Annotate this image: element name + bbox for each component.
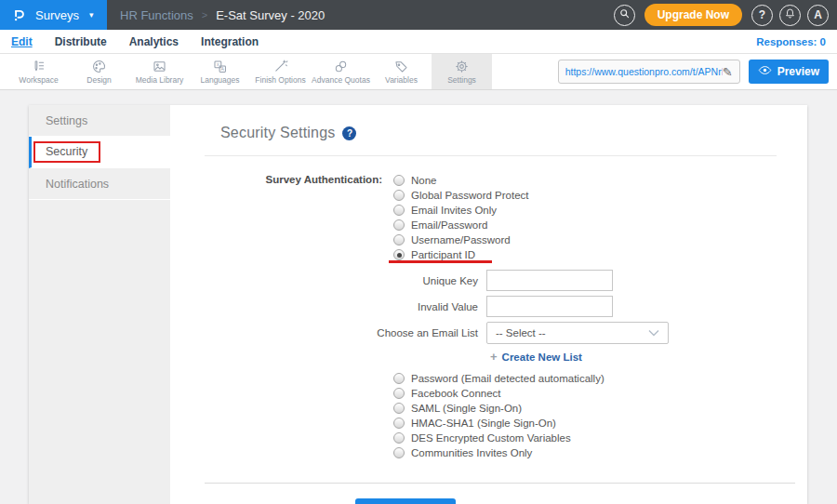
tab-distribute[interactable]: Distribute	[55, 35, 107, 48]
surveys-menu[interactable]: Surveys ▾	[0, 0, 107, 30]
annotation-red-underline	[389, 260, 492, 263]
gear-icon	[454, 59, 470, 73]
page-title: Security Settings	[220, 125, 335, 141]
invalid-value-label: Invalid Value	[220, 301, 486, 312]
email-list-select[interactable]: -- Select --	[486, 322, 669, 344]
auth-option-communities-invites[interactable]: Communities Invites Only	[393, 445, 777, 460]
toolbar-item-advance-quotas[interactable]: Advance Quotas	[311, 54, 371, 89]
breadcrumb-separator: >	[202, 9, 207, 20]
radio-button[interactable]	[393, 373, 405, 384]
tab-integration[interactable]: Integration	[201, 35, 259, 48]
magic-wand-icon	[272, 59, 288, 73]
help-badge-icon[interactable]: ?	[342, 126, 356, 140]
notifications-button[interactable]	[779, 5, 801, 26]
security-settings-panel: Security Settings ? Survey Authenticatio…	[170, 105, 807, 504]
questionpro-logo-icon	[11, 7, 27, 23]
radio-button[interactable]	[393, 418, 405, 429]
annotation-red-box: Security	[33, 141, 100, 163]
plus-icon: +	[490, 351, 498, 363]
eye-icon	[758, 65, 772, 78]
image-icon	[152, 59, 167, 73]
security-form: Survey Authentication: None Global Passw…	[220, 173, 777, 504]
breadcrumb: HR Functions > E-Sat Survey - 2020	[120, 8, 325, 22]
email-list-label: Choose an Email List	[220, 327, 486, 338]
auth-option-email-password[interactable]: Email/Password	[393, 218, 529, 232]
radio-button-selected[interactable]	[393, 249, 405, 260]
translate-icon: xA	[212, 59, 228, 73]
toolbar-item-workspace[interactable]: Workspace	[8, 54, 69, 89]
palette-icon	[91, 59, 107, 73]
auth-option-facebook-connect[interactable]: Facebook Connect	[393, 386, 777, 401]
topbar-actions: Upgrade Now ? A	[614, 4, 837, 26]
auth-option-participant-id[interactable]: Participant ID	[393, 247, 529, 262]
surveys-menu-label: Surveys	[35, 8, 79, 22]
divider	[205, 155, 777, 156]
radio-button[interactable]	[393, 190, 405, 201]
auth-option-none[interactable]: None	[393, 173, 529, 188]
upgrade-now-button[interactable]: Upgrade Now	[644, 4, 742, 26]
search-button[interactable]	[614, 5, 635, 26]
search-icon	[618, 7, 631, 22]
preview-button[interactable]: Preview	[749, 60, 829, 84]
create-new-list-link[interactable]: + Create New List	[490, 351, 777, 363]
settings-sidebar: Settings Security Notifications	[29, 105, 170, 504]
tab-edit[interactable]: Edit	[11, 35, 33, 48]
edit-toolbar: Workspace Design Media Library xA Langua…	[0, 54, 837, 90]
auth-option-global-password-protect[interactable]: Global Password Protect	[393, 188, 529, 203]
toolbar-item-settings[interactable]: Settings	[432, 54, 492, 89]
auth-option-username-password[interactable]: Username/Password	[393, 232, 529, 247]
page-background: Settings Security Notifications Security…	[0, 90, 837, 504]
breadcrumb-folder[interactable]: HR Functions	[120, 8, 193, 22]
sidebar-item-security[interactable]: Security	[29, 137, 170, 168]
radio-button[interactable]	[393, 205, 405, 216]
svg-text:x: x	[217, 61, 219, 67]
auth-option-email-invites-only[interactable]: Email Invites Only	[393, 203, 529, 218]
survey-authentication-label: Survey Authentication:	[220, 173, 393, 262]
edit-url-pencil-icon[interactable]: ✎	[723, 65, 733, 79]
toolbar-item-finish-options[interactable]: Finish Options	[250, 54, 311, 89]
svg-text:A: A	[221, 66, 225, 72]
top-bar: Surveys ▾ HR Functions > E-Sat Survey - …	[0, 0, 837, 30]
tag-icon	[393, 59, 409, 73]
unique-key-label: Unique Key	[220, 275, 486, 286]
unique-key-input[interactable]	[486, 270, 613, 291]
settings-card: Settings Security Notifications Security…	[29, 105, 807, 504]
radio-button[interactable]	[393, 447, 405, 458]
account-avatar[interactable]: A	[807, 5, 829, 26]
bell-icon	[784, 7, 796, 22]
chevron-down-icon	[648, 327, 659, 338]
chain-links-icon	[333, 59, 349, 73]
invalid-value-input[interactable]	[486, 296, 613, 317]
radio-button[interactable]	[393, 432, 405, 444]
toolbar-item-design[interactable]: Design	[69, 54, 129, 89]
workspace-icon	[31, 59, 46, 73]
auth-option-saml[interactable]: SAML (Single Sign-On)	[393, 401, 777, 416]
help-button[interactable]: ?	[751, 5, 773, 26]
chevron-down-icon: ▾	[89, 10, 94, 20]
toolbar-right: ✎ Preview	[558, 54, 837, 89]
auth-option-hmac-sha1[interactable]: HMAC-SHA1 (Single Sign-On)	[393, 416, 777, 431]
responses-count[interactable]: Responses: 0	[756, 36, 826, 47]
survey-nav: Edit Distribute Analytics Integration Re…	[0, 30, 837, 54]
radio-button[interactable]	[393, 388, 405, 399]
radio-button[interactable]	[393, 175, 405, 186]
save-changes-button[interactable]: Save Changes	[355, 498, 456, 504]
breadcrumb-survey-name: E-Sat Survey - 2020	[216, 8, 325, 22]
divider	[205, 483, 795, 484]
tab-analytics[interactable]: Analytics	[129, 35, 179, 48]
toolbar-item-media-library[interactable]: Media Library	[129, 54, 190, 89]
sidebar-item-notifications[interactable]: Notifications	[29, 168, 170, 200]
radio-button[interactable]	[393, 219, 405, 231]
radio-button[interactable]	[393, 234, 405, 245]
toolbar-item-languages[interactable]: xA Languages	[190, 54, 250, 89]
toolbar-item-variables[interactable]: Variables	[371, 54, 432, 89]
sidebar-item-settings[interactable]: Settings	[29, 105, 170, 137]
auth-option-des-encrypted[interactable]: DES Encrypted Custom Variables	[393, 431, 777, 445]
survey-url-box: ✎	[558, 60, 740, 84]
survey-url-input[interactable]	[565, 66, 723, 77]
auth-option-password-email-detected[interactable]: Password (Email detected automatically)	[393, 371, 777, 386]
radio-button[interactable]	[393, 403, 405, 414]
